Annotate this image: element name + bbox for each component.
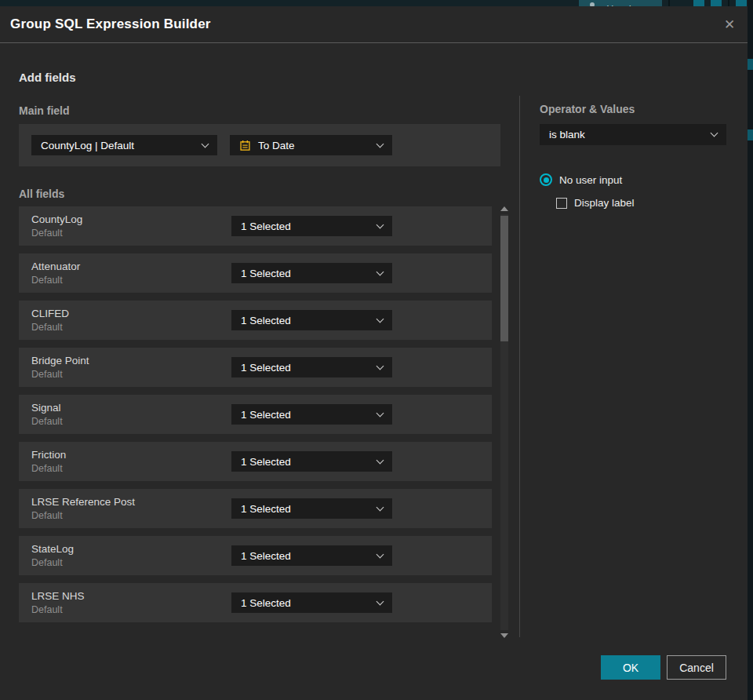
field-values-dropdown[interactable]: 1 Selected xyxy=(231,451,392,472)
field-row: CountyLog Default 1 Selected xyxy=(19,206,492,246)
field-values-dropdown-value: 1 Selected xyxy=(241,456,291,468)
field-row: Attenuator Default 1 Selected xyxy=(19,253,492,293)
main-field-label: Main field xyxy=(19,104,70,117)
dialog-title: Group SQL Expression Builder xyxy=(0,16,211,32)
toolbar-button-fragment xyxy=(736,0,747,6)
toolbar-separator xyxy=(728,0,729,6)
calendar-icon xyxy=(239,140,251,151)
field-row: CLIFED Default 1 Selected xyxy=(19,301,492,340)
main-field-panel: CountyLog | Default To Date xyxy=(19,124,500,166)
close-button[interactable]: ✕ xyxy=(721,16,738,34)
chevron-down-icon xyxy=(711,129,718,137)
main-field-dropdown[interactable]: CountyLog | Default xyxy=(31,135,217,155)
field-values-dropdown[interactable]: 1 Selected xyxy=(231,545,392,566)
field-values-dropdown[interactable]: 1 Selected xyxy=(231,498,392,519)
scroll-up-icon[interactable] xyxy=(500,206,508,211)
field-values-dropdown-value: 1 Selected xyxy=(241,597,291,609)
main-field-dropdown-value: CountyLog | Default xyxy=(41,140,134,151)
chevron-down-icon xyxy=(376,221,384,228)
dialog-header: Group SQL Expression Builder ✕ xyxy=(0,6,748,43)
radio-dot xyxy=(544,177,549,183)
field-row: LRSE Reference Post Default 1 Selected xyxy=(19,489,492,528)
operator-dropdown[interactable]: is blank xyxy=(540,124,726,145)
chevron-down-icon xyxy=(376,456,384,464)
chevron-down-icon xyxy=(202,140,209,148)
display-label-label: Display label xyxy=(574,197,635,209)
chevron-down-icon xyxy=(376,315,384,323)
cancel-button[interactable]: Cancel xyxy=(667,655,726,680)
chevron-down-icon xyxy=(376,409,384,417)
operator-dropdown-value: is blank xyxy=(549,129,585,140)
field-values-dropdown-value: 1 Selected xyxy=(241,550,291,562)
chevron-down-icon xyxy=(376,550,384,558)
field-values-dropdown[interactable]: 1 Selected xyxy=(231,592,392,613)
field-values-dropdown[interactable]: 1 Selected xyxy=(231,263,392,283)
field-values-dropdown[interactable]: 1 Selected xyxy=(231,216,392,236)
no-user-input-radio[interactable]: No user input xyxy=(540,173,622,186)
group-sql-expression-builder-dialog: Group SQL Expression Builder ✕ Add field… xyxy=(0,6,748,700)
background-app-topbar: Live view xyxy=(0,0,748,6)
field-row: StateLog Default 1 Selected xyxy=(19,536,492,575)
display-label-checkbox[interactable]: Display label xyxy=(556,197,635,209)
toolbar-button-fragment xyxy=(711,0,722,6)
no-user-input-label: No user input xyxy=(559,174,622,186)
close-icon: ✕ xyxy=(724,17,735,32)
toolbar-button-fragment xyxy=(693,0,704,6)
field-values-dropdown-value: 1 Selected xyxy=(241,315,291,326)
field-values-dropdown-value: 1 Selected xyxy=(241,362,291,374)
background-app-right-sliver xyxy=(748,0,753,700)
chevron-down-icon xyxy=(376,597,384,605)
scrollbar[interactable] xyxy=(500,206,509,638)
checkbox-unchecked-icon xyxy=(556,198,567,209)
radio-selected-icon xyxy=(540,173,552,186)
field-values-dropdown-value: 1 Selected xyxy=(241,503,291,515)
sidebar-fragment xyxy=(748,59,753,70)
field-values-dropdown-value: 1 Selected xyxy=(241,409,291,421)
ok-button[interactable]: OK xyxy=(601,655,660,680)
field-row: LRSE NHS Default 1 Selected xyxy=(19,583,492,622)
main-type-dropdown-value: To Date xyxy=(258,140,295,151)
field-row: Signal Default 1 Selected xyxy=(19,395,492,434)
field-values-dropdown[interactable]: 1 Selected xyxy=(231,310,392,330)
panel-divider xyxy=(519,96,520,637)
field-values-dropdown-value: 1 Selected xyxy=(241,221,291,232)
field-values-dropdown[interactable]: 1 Selected xyxy=(231,404,392,425)
chevron-down-icon xyxy=(376,503,384,511)
toolbar-separator xyxy=(668,0,670,6)
chevron-down-icon xyxy=(376,362,384,370)
chevron-down-icon xyxy=(376,268,384,275)
sidebar-fragment xyxy=(748,129,753,140)
scroll-down-icon[interactable] xyxy=(500,633,508,638)
scrollbar-thumb[interactable] xyxy=(500,216,508,341)
operator-values-label: Operator & Values xyxy=(540,103,635,115)
main-type-dropdown[interactable]: To Date xyxy=(230,135,392,155)
all-fields-label: All fields xyxy=(19,188,64,200)
field-values-dropdown[interactable]: 1 Selected xyxy=(231,357,392,377)
field-row: Friction Default 1 Selected xyxy=(19,442,492,481)
chevron-down-icon xyxy=(376,140,384,148)
field-row: Bridge Point Default 1 Selected xyxy=(19,348,492,387)
add-fields-heading: Add fields xyxy=(19,71,76,84)
all-fields-list: CountyLog Default 1 Selected Attenuator … xyxy=(19,206,492,622)
field-values-dropdown-value: 1 Selected xyxy=(241,268,291,279)
live-view-button: Live view xyxy=(579,0,662,6)
